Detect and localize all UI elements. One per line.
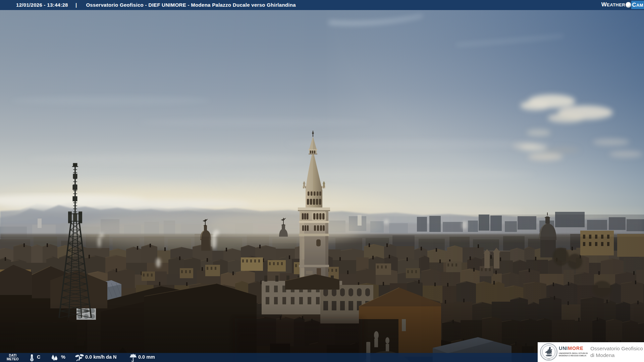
- svg-text:1175: 1175: [547, 358, 550, 360]
